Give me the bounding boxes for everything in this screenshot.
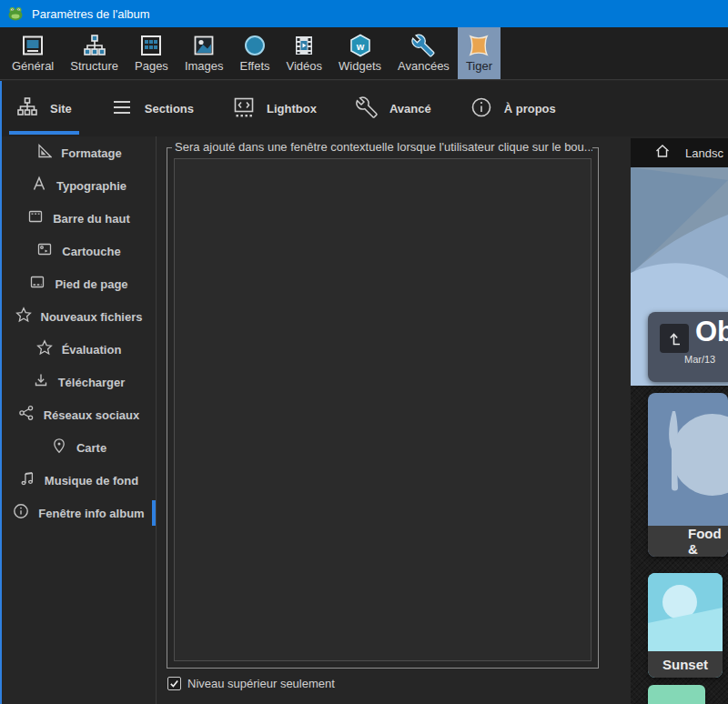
letter-a-icon — [31, 176, 47, 196]
top-level-only-checkbox[interactable] — [167, 677, 181, 690]
toolbar-label: Images — [185, 59, 224, 73]
sidebar-item-label: Évaluation — [62, 343, 122, 357]
sidebar-item-label: Carte — [76, 441, 106, 455]
preview-card-food[interactable]: Food & — [648, 393, 728, 557]
tab-label: Avancé — [389, 102, 431, 116]
tab-sections[interactable]: Sections — [104, 81, 201, 136]
sidebar-item-telecharger[interactable]: Télécharger — [2, 366, 156, 398]
tab-site[interactable]: Site — [9, 81, 79, 136]
music-note-icon — [19, 470, 35, 490]
top-level-only-row: Niveau supérieur seulement — [167, 677, 335, 690]
wrench-outline-icon — [356, 96, 378, 122]
sidebar-item-label: Pied de page — [55, 277, 127, 291]
toolbar-item-videos[interactable]: Vidéos — [278, 27, 331, 79]
share-nodes-icon — [18, 405, 35, 425]
skin-tabrow: Site Sections Lightbox Avancé À p — [0, 81, 728, 136]
sidebar-item-cartouche[interactable]: Cartouche — [2, 235, 156, 267]
sidebar-item-label: Nouveaux fichiers — [41, 310, 143, 324]
toolbar-item-general[interactable]: Général — [4, 27, 62, 79]
tab-avance[interactable]: Avancé — [349, 81, 439, 136]
tab-label: À propos — [504, 102, 556, 116]
sidebar-item-reseaux-sociaux[interactable]: Réseaux sociaux — [2, 398, 156, 431]
toolbar-label: Avancées — [398, 59, 450, 73]
preview-card-caption: Sunset — [648, 651, 723, 678]
sidebar-item-barre-du-haut[interactable]: Barre du haut — [2, 202, 156, 235]
toolbar-label: Effets — [240, 59, 270, 73]
toolbar-item-tiger[interactable]: Tiger — [458, 27, 500, 79]
sidebar-item-label: Musique de fond — [45, 474, 138, 488]
tab-lightbox[interactable]: Lightbox — [226, 81, 324, 136]
tab-label: Site — [50, 102, 72, 116]
sidebar-item-typographie[interactable]: Typographie — [2, 169, 156, 202]
sidebar-item-label: Barre du haut — [53, 212, 130, 226]
checkbox-label: Niveau supérieur seulement — [187, 677, 335, 690]
map-pin-icon — [51, 437, 67, 458]
sidebar-item-label: Télécharger — [58, 376, 126, 389]
settings-sidebar: Formatage Typographie Barre du haut Cart… — [2, 136, 157, 704]
preview-folder-date: Mar/13 — [684, 354, 715, 365]
main-toolbar: Général Structure Pages Images Effets — [0, 27, 728, 80]
sidebar-item-label: Formatage — [61, 146, 121, 160]
level-up-button[interactable] — [660, 324, 689, 353]
preview-album-title[interactable]: Landsc — [685, 146, 723, 160]
album-settings-window: Paramètres de l'album Général Structure … — [0, 0, 728, 704]
code-box-icon — [233, 96, 255, 122]
sidebar-item-evaluation[interactable]: Évaluation — [2, 333, 156, 366]
popup-text-groupbox: Sera ajouté dans une fenêtre contextuell… — [167, 147, 599, 669]
circle-icon — [243, 33, 267, 58]
sidebar-item-carte[interactable]: Carte — [2, 431, 156, 464]
toolbar-label: Widgets — [339, 59, 381, 73]
film-icon — [292, 33, 316, 58]
star-icon — [36, 339, 53, 359]
popup-text-area[interactable] — [174, 158, 592, 661]
info-circle-icon — [13, 503, 29, 523]
toolbar-label: Général — [12, 59, 54, 73]
titlebar: Paramètres de l'album — [0, 0, 728, 27]
preview-card-sunset[interactable]: Sunset — [648, 573, 723, 678]
hexagon-w-icon: w — [349, 33, 372, 58]
set-square-icon — [35, 143, 52, 163]
preview-card-caption: Food & — [648, 526, 728, 557]
sidebar-item-label: Réseaux sociaux — [44, 408, 140, 422]
star-icon — [15, 307, 32, 327]
sidebar-item-label: Cartouche — [62, 245, 120, 258]
sidebar-item-nouveaux-fichiers[interactable]: Nouveaux fichiers — [2, 300, 156, 333]
footer-bar-icon — [29, 274, 46, 294]
top-bar-icon — [27, 208, 44, 228]
toolbar-label: Tiger — [466, 59, 492, 73]
toolbar-item-structure[interactable]: Structure — [62, 27, 126, 79]
picture-icon — [192, 33, 216, 58]
sidebar-item-formatage[interactable]: Formatage — [2, 136, 156, 169]
preview-card-green[interactable] — [648, 685, 705, 704]
list-lines-icon — [111, 96, 133, 122]
toolbar-item-widgets[interactable]: w Widgets — [330, 27, 389, 79]
selected-item-indicator — [152, 500, 156, 526]
sidebar-item-fenetre-info-album[interactable]: Fenêtre info album — [2, 497, 156, 529]
preview-folder-card[interactable]: Obj Mar/13 — [648, 312, 728, 382]
org-tree-icon — [83, 33, 106, 58]
tab-a-propos[interactable]: À propos — [463, 81, 563, 136]
home-icon[interactable] — [654, 143, 671, 163]
preview-folder-title: Obj — [695, 316, 728, 348]
toolbar-item-images[interactable]: Images — [177, 27, 232, 79]
sunset-image — [648, 573, 723, 651]
toolbar-item-effets[interactable]: Effets — [232, 27, 278, 79]
sidebar-item-label: Typographie — [56, 179, 126, 193]
media-card-icon — [36, 241, 53, 261]
level-up-icon — [665, 329, 683, 347]
toolbar-label: Structure — [70, 59, 118, 73]
toolbar-label: Vidéos — [287, 59, 323, 73]
sidebar-item-musique-de-fond[interactable]: Musique de fond — [2, 464, 156, 497]
groupbox-title: Sera ajouté dans une fenêtre contextuell… — [172, 140, 592, 154]
wrench-icon — [411, 33, 435, 58]
download-icon — [33, 372, 49, 392]
food-glyph-icon — [648, 393, 728, 526]
tab-label: Lightbox — [267, 102, 317, 116]
sidebar-item-pied-de-page[interactable]: Pied de page — [2, 267, 156, 300]
toolbar-item-pages[interactable]: Pages — [126, 27, 177, 79]
sidebar-item-label: Fenêtre info album — [38, 507, 144, 520]
monitor-icon — [21, 33, 45, 58]
active-tab-underline — [9, 131, 79, 135]
toolbar-label: Pages — [135, 59, 168, 73]
toolbar-item-avancees[interactable]: Avancées — [389, 27, 458, 79]
